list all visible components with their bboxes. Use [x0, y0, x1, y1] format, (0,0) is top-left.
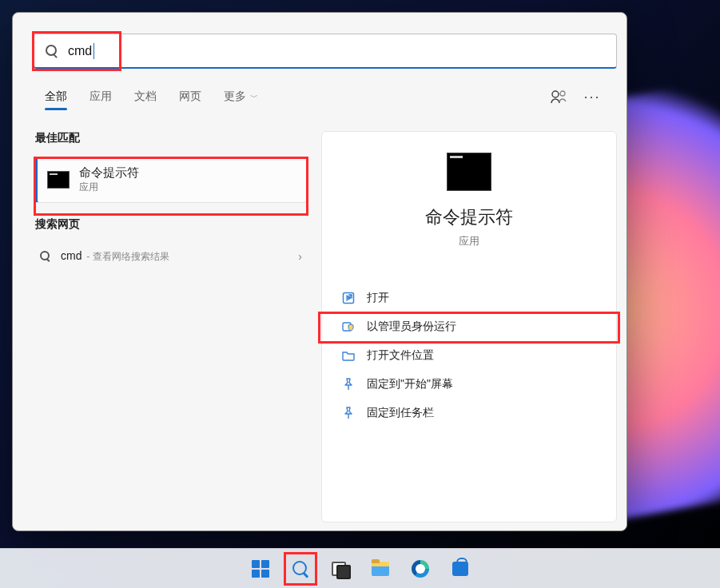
- best-match-result[interactable]: 命令提示符 应用: [35, 157, 307, 203]
- action-label: 固定到任务栏: [367, 406, 434, 420]
- panel-top-right: ···: [548, 86, 603, 107]
- taskbar-edge[interactable]: [404, 553, 436, 585]
- action-label: 固定到"开始"屏幕: [367, 377, 453, 391]
- results-left-column: 最佳匹配 命令提示符 应用 搜索网页 cmd - 查看网络搜索结果 ›: [35, 131, 307, 270]
- cmd-app-icon: [47, 171, 70, 189]
- pin-icon: [341, 406, 356, 420]
- chevron-down-icon: ﹀: [248, 93, 258, 101]
- taskbar-taskview[interactable]: [324, 553, 356, 585]
- tab-docs[interactable]: 文档: [134, 89, 157, 110]
- search-icon: [46, 45, 58, 58]
- edge-icon: [412, 560, 429, 578]
- svg-point-0: [552, 91, 559, 97]
- search-panel: cmd 全部 应用 文档 网页 更多 ﹀ ··· 最佳匹配 命令提示符 应用: [12, 12, 627, 531]
- action-label: 以管理员身份运行: [367, 320, 456, 334]
- best-match-heading: 最佳匹配: [35, 131, 307, 145]
- action-label: 打开: [367, 291, 389, 305]
- taskbar-explorer[interactable]: [364, 553, 396, 585]
- pin-icon: [341, 377, 356, 391]
- tab-apps[interactable]: 应用: [90, 89, 112, 110]
- action-open-location[interactable]: 打开文件位置: [322, 341, 616, 370]
- web-search-result[interactable]: cmd - 查看网络搜索结果 ›: [35, 243, 307, 270]
- taskbar-start[interactable]: [245, 553, 276, 585]
- taskbar-search[interactable]: [284, 553, 316, 585]
- search-input[interactable]: cmd: [34, 34, 617, 69]
- tab-more[interactable]: 更多 ﹀: [224, 89, 258, 110]
- search-query-text: cmd: [68, 44, 92, 58]
- tab-web[interactable]: 网页: [179, 89, 201, 110]
- open-icon: [341, 291, 356, 305]
- detail-pane: 命令提示符 应用 打开 以管理员身份运行: [321, 131, 617, 522]
- shield-admin-icon: [341, 320, 356, 334]
- search-icon: [40, 251, 51, 262]
- desktop: cmd 全部 应用 文档 网页 更多 ﹀ ··· 最佳匹配 命令提示符 应用: [0, 0, 720, 588]
- detail-sub: 应用: [322, 234, 616, 248]
- detail-title: 命令提示符: [322, 205, 616, 229]
- taskview-icon: [332, 562, 349, 576]
- tab-more-label: 更多: [224, 89, 246, 102]
- text-caret: [93, 43, 94, 59]
- tab-all[interactable]: 全部: [45, 89, 67, 110]
- folder-icon: [341, 348, 356, 363]
- taskbar: [0, 548, 720, 588]
- best-match-name: 命令提示符: [79, 165, 139, 181]
- file-explorer-icon: [372, 562, 389, 576]
- web-search-heading: 搜索网页: [35, 217, 307, 232]
- detail-actions: 打开 以管理员身份运行 打开文件位置: [322, 284, 616, 427]
- search-tabs: 全部 应用 文档 网页 更多 ﹀: [45, 89, 258, 110]
- search-icon: [292, 560, 309, 578]
- windows-logo-icon: [252, 560, 269, 578]
- svg-point-1: [560, 91, 565, 96]
- action-pin-taskbar[interactable]: 固定到任务栏: [322, 399, 616, 427]
- web-term: cmd: [61, 249, 82, 262]
- web-hint: - 查看网络搜索结果: [86, 251, 169, 262]
- chevron-right-icon: ›: [298, 250, 302, 263]
- action-run-as-admin[interactable]: 以管理员身份运行: [322, 312, 616, 341]
- store-icon: [452, 562, 468, 576]
- action-label: 打开文件位置: [367, 348, 434, 363]
- action-open[interactable]: 打开: [322, 284, 616, 312]
- best-match-sub: 应用: [79, 181, 139, 194]
- more-icon[interactable]: ···: [582, 86, 603, 107]
- cmd-app-icon-large: [447, 153, 491, 191]
- action-pin-start[interactable]: 固定到"开始"屏幕: [322, 370, 616, 399]
- account-icon[interactable]: [548, 86, 569, 107]
- taskbar-store[interactable]: [444, 553, 476, 585]
